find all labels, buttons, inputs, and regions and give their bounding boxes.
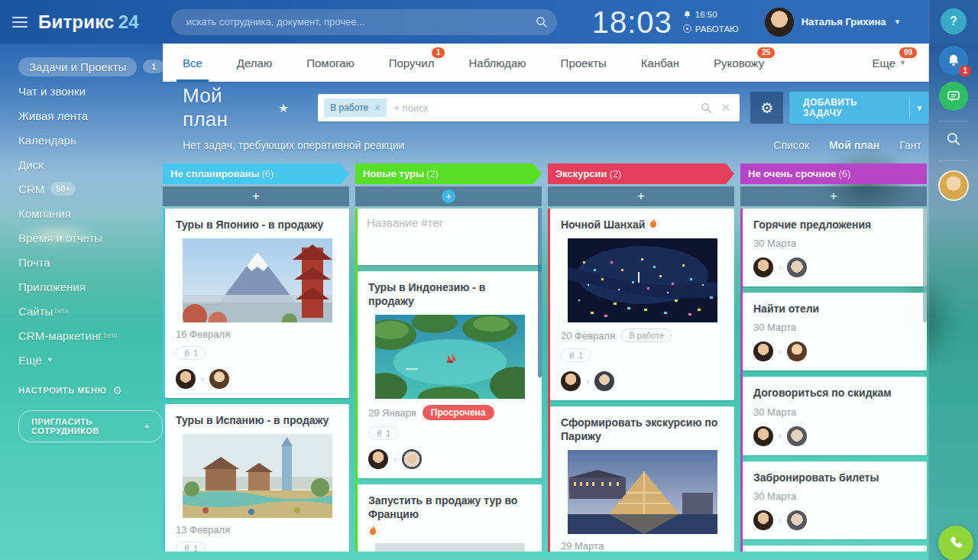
kanban-column-not-urgent: Не очень срочное(6) + Горячие предложени… [740,163,927,552]
help-button[interactable]: ? [941,8,967,34]
avatar[interactable] [402,449,422,469]
logo-text: Битрикс [38,11,115,32]
work-status-block[interactable]: 16:50 РАБОТАЮ [683,8,739,36]
add-task-button[interactable]: ДОБАВИТЬ ЗАДАЧУ ▼ [789,92,929,124]
sidebar-item-apps[interactable]: Приложения [18,274,163,299]
task-card[interactable]: Сформировать экскурсию по Парижу 29 Март… [550,406,734,552]
plan-header-row: Мой план ★ В работе✕ ✕ ⚙ ДОБАВИТЬ ЗАДАЧУ… [163,90,929,125]
task-card[interactable]: Заказать билеты 28 Февраля › [743,545,927,552]
view-my-plan[interactable]: Мой план [829,139,879,151]
due-date: 29 Марта [561,540,604,552]
task-filter[interactable]: В работе✕ ✕ [318,94,740,121]
rail-avatar[interactable] [938,170,969,201]
avatar[interactable] [787,510,807,530]
invite-employees-button[interactable]: ПРИГЛАСИТЬ СОТРУДНИКОВ+ [18,410,163,442]
filter-search-input[interactable] [387,102,700,115]
task-card[interactable]: Горячие предложения 30 Марта › [743,209,927,286]
sidebar-item-tasks[interactable]: Задачи и Проекты1 [18,54,163,79]
tab-kanban[interactable]: Канбан [641,44,679,82]
board-settings-button[interactable]: ⚙ [750,92,783,124]
rail-search-button[interactable] [942,128,965,151]
avatar[interactable] [753,426,773,446]
sidebar-badge: 50+ [50,182,76,196]
quick-add-card[interactable]: Название #тег [358,209,542,265]
sidebar-item-mail[interactable]: Почта [18,250,163,274]
task-card[interactable]: Запустить в продажу тур во Францию [358,484,542,552]
avatar[interactable] [209,369,229,389]
sidebar-item-crm[interactable]: CRM50+ [18,176,163,201]
main-content: Все Делаю Помогаю Поручил1 Наблюдаю Прое… [163,44,929,560]
chevron-down-icon: ▼ [47,356,53,364]
callback-phone-button[interactable] [938,526,973,560]
avatar[interactable] [594,371,614,391]
sidebar-item-disk[interactable]: Диск [18,152,163,176]
view-list[interactable]: Список [773,139,809,151]
tab-supervising[interactable]: Руковожу25 [714,44,764,82]
avatar[interactable] [753,257,773,277]
avatar[interactable] [176,369,196,389]
column-scrollbar[interactable] [538,208,542,377]
user-menu[interactable]: Наталья Грихина ▼ [765,8,902,37]
view-gantt[interactable]: Гант [899,139,921,151]
search-icon[interactable] [701,102,712,114]
avatar[interactable] [787,342,807,361]
divider [938,160,969,161]
tab-delegated[interactable]: Поручил1 [389,44,435,82]
column-header[interactable]: Экскурсии(2) [548,163,734,184]
app-logo[interactable]: Битрикс24 [38,11,139,33]
sidebar-item-feed[interactable]: Живая лента [18,103,163,128]
sidebar-item-chat[interactable]: Чат и звонки [18,79,163,103]
tab-following[interactable]: Наблюдаю [468,44,526,82]
task-card[interactable]: Найти отели 30 Марта › [743,293,927,371]
hamburger-menu-icon[interactable] [12,17,28,28]
task-card[interactable]: Туры в Японию - в продажу [165,209,349,398]
global-search[interactable] [171,9,557,35]
column-header[interactable]: Не спланированы(6) [163,163,349,184]
tab-all[interactable]: Все [183,44,202,82]
tab-helping[interactable]: Помогаю [306,44,355,82]
add-task-dropdown[interactable]: ▼ [910,104,929,112]
avatar[interactable] [368,449,388,469]
work-clock[interactable]: 18:03 [592,7,672,37]
tab-projects[interactable]: Проекты [561,44,607,82]
sidebar-item-time-reports[interactable]: Время и отчеты [18,225,163,250]
add-card-button[interactable]: + [355,186,542,206]
avatar[interactable] [753,342,773,361]
fire-icon [649,218,658,229]
clear-filter-icon[interactable]: ✕ [721,101,731,115]
task-card[interactable]: Туры в Испанию - в продажу 13 Февраля [165,404,349,552]
filter-chip[interactable]: В работе✕ [324,99,387,117]
sidebar-item-calendar[interactable]: Календарь [18,128,163,152]
task-card[interactable]: Забронировать билеты 30 Марта › [743,461,927,539]
configure-menu-button[interactable]: НАСТРОИТЬ МЕНЮ⚙ [18,384,163,397]
messenger-button[interactable] [939,82,968,111]
card-title: Ночной Шанхай [561,218,645,231]
column-header[interactable]: Новые туры(2) [355,163,542,184]
avatar[interactable] [765,8,794,37]
sidebar-item-company[interactable]: Компания [18,201,163,225]
global-search-input[interactable] [185,15,536,28]
favorite-star-icon[interactable]: ★ [278,101,289,115]
task-card[interactable]: Договориться по скидкам 30 Марта › [743,377,927,455]
tab-doing[interactable]: Делаю [237,44,272,82]
search-icon[interactable] [536,16,548,28]
notifications-button[interactable]: 1 [939,46,968,75]
add-card-button[interactable]: + [548,186,734,206]
task-card[interactable]: Туры в Индонезию - в продажу 29 Января [358,271,542,478]
avatar[interactable] [787,426,807,446]
due-date: 30 Марта [753,406,796,418]
add-card-button[interactable]: + [740,186,927,206]
task-card[interactable]: Ночной Шанхай 20 ФевраляВ работе 1 › [550,209,734,400]
tab-more[interactable]: Еще▼99 [873,44,906,82]
remove-chip-icon[interactable]: ✕ [374,103,381,113]
column-header[interactable]: Не очень срочное(6) [740,163,927,184]
sidebar-item-more[interactable]: Ещё▼ [18,348,163,372]
avatar[interactable] [561,371,581,391]
add-card-button[interactable]: + [163,186,349,206]
sidebar-item-crm-marketing[interactable]: CRM-маркетингbeta [18,323,163,348]
column-scrollbar[interactable] [923,208,927,322]
fire-icon [368,525,377,536]
sidebar-item-sites[interactable]: Сайтыbeta [18,299,163,323]
avatar[interactable] [787,257,807,277]
avatar[interactable] [753,510,773,530]
